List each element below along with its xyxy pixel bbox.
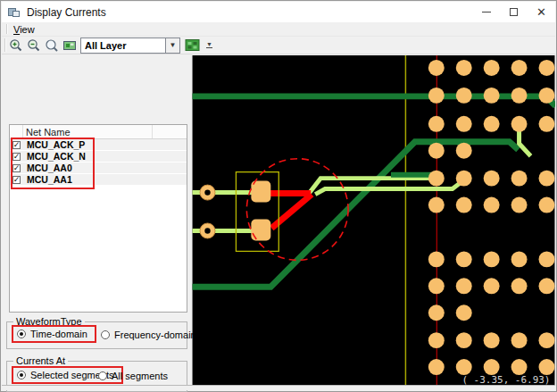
pcb-pad[interactable] xyxy=(511,116,528,132)
maximize-button[interactable] xyxy=(500,2,528,22)
pcb-pad[interactable] xyxy=(428,88,445,104)
pcb-pad[interactable] xyxy=(428,197,445,213)
minimize-icon xyxy=(482,12,491,13)
minimize-button[interactable] xyxy=(472,2,500,22)
pcb-pad[interactable] xyxy=(456,304,472,321)
pcb-pad[interactable] xyxy=(484,60,500,76)
pcb-pad[interactable] xyxy=(511,278,528,294)
pcb-pad[interactable] xyxy=(456,143,472,159)
pcb-pad[interactable] xyxy=(456,332,472,348)
layers-button[interactable] xyxy=(184,38,201,54)
pcb-pad[interactable] xyxy=(456,197,472,213)
toolbar-options-button[interactable]: ▼ xyxy=(206,41,212,50)
net-checkbox[interactable]: ✓ xyxy=(12,176,21,184)
close-button[interactable]: ✕ xyxy=(528,2,555,22)
pcb-pad[interactable] xyxy=(539,116,555,132)
zoom-out-button[interactable] xyxy=(25,38,42,54)
net-list-row[interactable]: ✓MCU_AA1 xyxy=(10,174,187,186)
zoom-window-icon xyxy=(45,38,59,53)
net-name-label: MCU_AA0 xyxy=(27,163,72,173)
menu-view[interactable]: View xyxy=(8,24,40,35)
app-icon xyxy=(8,7,21,18)
pcb-pad[interactable] xyxy=(484,116,500,132)
radio-frequency-domain[interactable]: Frequency-domain xyxy=(101,329,196,340)
net-list-row[interactable]: ✓MCU_ACK_P xyxy=(10,139,187,151)
waveform-type-group: WaveformType Time-domainFrequency-domain xyxy=(6,321,187,349)
pcb-pad[interactable] xyxy=(539,171,555,187)
radio-label: Time-domain xyxy=(30,329,87,339)
zoom-out-icon xyxy=(27,38,41,53)
checkbox-column-header[interactable] xyxy=(10,125,23,138)
pcb-pad[interactable] xyxy=(428,116,445,132)
pcb-smd-pad[interactable] xyxy=(251,220,270,241)
pcb-pad[interactable] xyxy=(428,332,445,348)
pcb-pad[interactable] xyxy=(484,88,500,104)
pcb-pad[interactable] xyxy=(484,197,500,213)
radio-label: All segments xyxy=(112,371,168,381)
pcb-pad[interactable] xyxy=(456,171,472,187)
pcb-pad[interactable] xyxy=(456,359,472,375)
pcb-pad[interactable] xyxy=(428,171,445,187)
pcb-pad[interactable] xyxy=(428,143,445,159)
zoom-in-icon xyxy=(9,38,23,53)
pcb-pad[interactable] xyxy=(456,116,472,132)
pcb-pad[interactable] xyxy=(511,332,528,348)
net-list[interactable]: Net Name ✓MCU_ACK_P✓MCU_ACK_N✓MCU_AA0✓MC… xyxy=(9,124,187,313)
maximize-icon xyxy=(510,8,518,16)
net-name-label: MCU_ACK_N xyxy=(27,151,86,162)
pcb-pad[interactable] xyxy=(484,171,500,187)
layer-select-value: All Layer xyxy=(85,40,126,51)
net-name-label: MCU_AA1 xyxy=(27,174,72,185)
currents-at-label: Currents At xyxy=(13,355,68,366)
pcb-pad[interactable] xyxy=(484,278,500,294)
pcb-pad[interactable] xyxy=(511,171,528,187)
pcb-pad[interactable] xyxy=(456,251,472,267)
pcb-background xyxy=(193,55,555,387)
pcb-pad[interactable] xyxy=(428,278,445,294)
pcb-pad[interactable] xyxy=(539,251,555,267)
pcb-pad[interactable] xyxy=(539,332,555,348)
net-name-column-header[interactable]: Net Name xyxy=(23,125,153,138)
zoom-in-button[interactable] xyxy=(7,38,24,54)
screenshot: Display Currents ✕ View xyxy=(0,0,557,392)
pcb-pad[interactable] xyxy=(456,60,472,76)
radio-all-segments[interactable]: All segments xyxy=(98,371,168,381)
pcb-pad[interactable] xyxy=(539,278,555,294)
pcb-pad[interactable] xyxy=(539,88,555,104)
pcb-pad[interactable] xyxy=(539,197,555,213)
left-panel: Net Name ✓MCU_ACK_P✓MCU_ACK_N✓MCU_AA0✓MC… xyxy=(2,55,192,385)
pcb-pad[interactable] xyxy=(484,251,500,267)
net-list-row[interactable]: ✓MCU_AA0 xyxy=(10,163,187,174)
net-checkbox[interactable]: ✓ xyxy=(12,153,21,161)
radio-time-domain[interactable]: Time-domain xyxy=(12,325,96,343)
pcb-pad[interactable] xyxy=(511,197,528,213)
pcb-pad[interactable] xyxy=(484,359,500,375)
pcb-pad[interactable] xyxy=(511,88,528,104)
pcb-pad[interactable] xyxy=(428,251,445,267)
pcb-pad[interactable] xyxy=(511,359,528,375)
net-checkbox[interactable]: ✓ xyxy=(12,141,21,149)
net-checkbox[interactable]: ✓ xyxy=(12,164,21,172)
pcb-pad[interactable] xyxy=(539,359,555,375)
radio-icon xyxy=(17,329,26,338)
pcb-pad[interactable] xyxy=(511,251,528,267)
pcb-pad[interactable] xyxy=(428,304,445,321)
zoom-fit-button[interactable] xyxy=(61,38,78,54)
pcb-pad[interactable] xyxy=(484,332,500,348)
pcb-canvas[interactable]: ( -3.35, -6.93) xyxy=(192,55,555,387)
chevron-down-icon[interactable]: ▼ xyxy=(165,38,179,53)
pcb-pad[interactable] xyxy=(456,88,472,104)
pcb-pad[interactable] xyxy=(428,60,445,76)
window-title: Display Currents xyxy=(27,6,106,19)
pcb-pad[interactable] xyxy=(428,359,445,375)
pcb-pad[interactable] xyxy=(511,60,528,76)
net-name-label: MCU_ACK_P xyxy=(27,139,85,150)
pcb-pad[interactable] xyxy=(456,278,472,294)
zoom-window-button[interactable] xyxy=(43,38,60,54)
net-list-rows: ✓MCU_ACK_P✓MCU_ACK_N✓MCU_AA0✓MCU_AA1 xyxy=(10,139,187,186)
net-list-row[interactable]: ✓MCU_ACK_N xyxy=(10,151,187,163)
zoom-fit-icon xyxy=(62,38,77,53)
pcb-pad[interactable] xyxy=(539,60,555,76)
layer-select[interactable]: All Layer ▼ xyxy=(80,38,180,54)
pcb-via-hole xyxy=(204,228,210,233)
